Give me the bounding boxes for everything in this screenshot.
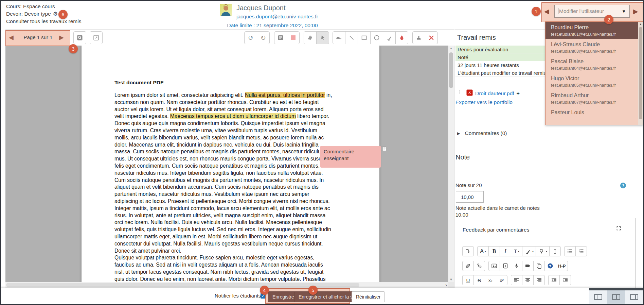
indent-icon[interactable] <box>559 275 571 285</box>
scroll-right-icon[interactable]: › <box>445 282 447 288</box>
student-email[interactable]: jacques.dupont@etu.univ-nantes.fr <box>236 14 318 20</box>
manage-files-icon[interactable] <box>533 261 545 271</box>
bold-icon[interactable]: B <box>488 246 500 256</box>
comment-menu-icon[interactable] <box>381 146 386 153</box>
user-option-name: Lévi-Strauss Claude <box>551 41 633 48</box>
fullscreen-icon[interactable] <box>616 225 622 233</box>
highlight-color-icon[interactable]: ▾ <box>536 246 550 256</box>
insert-media-icon[interactable] <box>500 261 511 271</box>
line-tool-icon[interactable] <box>345 31 358 44</box>
user-option[interactable]: Pasteur Louis <box>545 107 643 118</box>
pen-tool-icon[interactable] <box>333 31 345 44</box>
editor-button-group <box>511 275 545 285</box>
add-to-portfolio-icon[interactable]: + <box>517 90 520 97</box>
feedback-editor: Feedback par commentaires A▾BIT▾▾▾H-PUSx… <box>456 218 636 288</box>
scroll-up-icon[interactable]: ▲ <box>448 47 454 50</box>
pdf-body: Lorem ipsum dolor sit amet, consectetur … <box>114 92 333 283</box>
comments-list-icon[interactable] <box>274 31 287 44</box>
editor-button-group <box>564 246 587 256</box>
unlink-icon[interactable] <box>473 261 485 271</box>
search-comments-group <box>73 31 86 44</box>
expand-view-button[interactable] <box>90 31 103 44</box>
user-option[interactable]: Rimbaud Arthurtest.etudiant07@etu.univ-n… <box>545 90 643 107</box>
user-dropdown: Bourdieu Pierretest.etudiant01@etu.univ-… <box>545 21 643 125</box>
annotation-color-icon[interactable] <box>395 31 408 44</box>
split-left-icon <box>594 294 602 300</box>
highlight-tool-icon[interactable] <box>383 31 396 44</box>
stamp-tool-icon[interactable] <box>412 31 425 44</box>
italic-icon[interactable]: I <box>500 246 511 256</box>
user-option[interactable]: Pascal Blaisetest.etudiant04@etu.univ-na… <box>545 56 643 73</box>
layout-collapse-right-button[interactable] <box>625 290 643 304</box>
layout-strip <box>589 288 643 290</box>
user-option[interactable]: Lévi-Strauss Claudetest.etudiant03@etu.u… <box>545 39 643 56</box>
dropdown-scrollbar[interactable]: ▲ <box>638 22 643 125</box>
export-portfolio-link[interactable]: Exporter vers le portfolio <box>455 99 513 105</box>
comment-color-icon[interactable] <box>287 31 300 44</box>
user-option[interactable]: Bourdieu Pierretest.etudiant01@etu.univ-… <box>545 22 643 39</box>
drag-tool-icon[interactable] <box>304 31 317 44</box>
undo-icon[interactable]: ↺ <box>244 31 257 44</box>
submission-file-link[interactable]: Droit dauteur.pdf <box>475 90 514 97</box>
outdent-icon[interactable] <box>548 275 560 285</box>
editor-button-group: USx₂x² <box>462 275 507 285</box>
record-audio-icon[interactable] <box>511 261 522 271</box>
scroll-up-icon[interactable]: ▲ <box>638 22 643 26</box>
change-user-combobox[interactable]: Modifier l'utilisateur ▼ <box>554 5 630 18</box>
horizontal-scrollbar[interactable]: › <box>5 282 448 288</box>
next-user-icon[interactable]: ▶ <box>633 7 638 15</box>
next-page-icon[interactable]: ▶ <box>59 34 64 41</box>
font-size-icon[interactable]: T▾ <box>511 246 522 256</box>
underline-icon[interactable]: U <box>462 275 474 285</box>
link-icon[interactable] <box>462 261 474 271</box>
clear-format-icon[interactable] <box>549 246 561 256</box>
strikethrough-icon[interactable]: S <box>473 275 485 285</box>
notify-students-label[interactable]: Notifier les étudiants <box>215 293 261 299</box>
dropdown-scroll-thumb[interactable] <box>639 27 642 119</box>
vertical-scroll-thumb[interactable] <box>449 52 453 88</box>
vertical-scrollbar[interactable]: ▲ ▼ <box>448 46 454 282</box>
grade-help-icon[interactable]: ? <box>620 183 626 188</box>
rectangle-tool-icon[interactable] <box>358 31 371 44</box>
align-right-icon[interactable] <box>533 275 545 285</box>
insert-image-icon[interactable] <box>488 261 500 271</box>
chevron-down-icon[interactable]: ▼ <box>622 9 626 14</box>
scroll-down-icon[interactable]: ▼ <box>448 278 454 281</box>
align-left-icon[interactable] <box>511 275 522 285</box>
assignment-link[interactable]: Devoir: Devoir type <box>6 10 51 18</box>
layout-collapse-left-button[interactable] <box>589 290 607 304</box>
grade-input[interactable]: 10,00 <box>456 191 484 203</box>
h5p-icon[interactable]: H-P <box>556 261 568 271</box>
recordrtc-icon[interactable] <box>544 261 556 271</box>
teacher-comment-box[interactable]: Commentaire enseignant <box>320 146 381 168</box>
avatar <box>220 4 232 16</box>
oval-tool-icon[interactable] <box>370 31 383 44</box>
search-comments-button[interactable] <box>73 31 86 44</box>
pdf-text: libero tempor. Donec quis augue quis mag… <box>114 113 331 253</box>
previous-page-icon[interactable]: ◀ <box>9 34 14 41</box>
callout-6: 6 <box>58 10 68 19</box>
reset-button[interactable]: Réinitialiser <box>352 291 385 302</box>
course-link[interactable]: Cours: Espace cours <box>6 3 81 10</box>
annotation-tool-group <box>333 31 408 44</box>
font-color-icon[interactable]: ▾ <box>522 246 536 256</box>
select-tool-icon[interactable] <box>316 31 329 44</box>
record-video-icon[interactable] <box>522 261 534 271</box>
user-option[interactable]: Hugo Victortest.etudiant05@etu.univ-nant… <box>545 73 643 90</box>
view-all-submissions-link[interactable]: Consulter tous les travaux remis <box>6 18 81 25</box>
gear-icon[interactable]: ⚙ <box>53 10 58 18</box>
delete-annotation-icon[interactable] <box>425 31 438 44</box>
collapse-toolbar-icon[interactable] <box>462 246 474 256</box>
paragraph-style-icon[interactable]: A▾ <box>477 246 489 256</box>
redo-icon[interactable]: ↻ <box>257 31 270 44</box>
superscript-icon[interactable]: x² <box>496 275 507 285</box>
bullet-list-icon[interactable] <box>564 246 576 256</box>
comments-toggle[interactable]: ▶ Commentaires (0) <box>457 130 507 136</box>
horizontal-scroll-thumb[interactable] <box>6 283 359 287</box>
editor-button-group: H-P <box>488 261 568 271</box>
subscript-icon[interactable]: x₂ <box>485 275 496 285</box>
layout-split-even-button[interactable] <box>607 290 625 304</box>
previous-user-icon[interactable]: ◀ <box>544 7 549 15</box>
align-center-icon[interactable] <box>522 275 534 285</box>
numbered-list-icon[interactable] <box>575 246 587 256</box>
